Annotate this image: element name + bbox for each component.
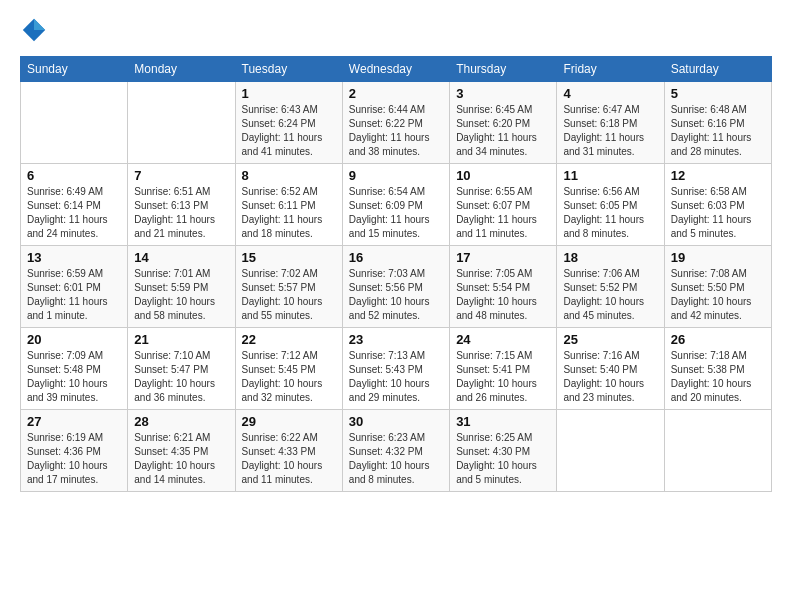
day-number: 5: [671, 86, 765, 101]
calendar-cell: 10Sunrise: 6:55 AM Sunset: 6:07 PM Dayli…: [450, 164, 557, 246]
day-info: Sunrise: 6:45 AM Sunset: 6:20 PM Dayligh…: [456, 103, 550, 159]
day-number: 11: [563, 168, 657, 183]
calendar-cell: 28Sunrise: 6:21 AM Sunset: 4:35 PM Dayli…: [128, 410, 235, 492]
calendar-cell: 26Sunrise: 7:18 AM Sunset: 5:38 PM Dayli…: [664, 328, 771, 410]
calendar-table: SundayMondayTuesdayWednesdayThursdayFrid…: [20, 56, 772, 492]
calendar-cell: 24Sunrise: 7:15 AM Sunset: 5:41 PM Dayli…: [450, 328, 557, 410]
calendar-cell: 27Sunrise: 6:19 AM Sunset: 4:36 PM Dayli…: [21, 410, 128, 492]
week-row-5: 27Sunrise: 6:19 AM Sunset: 4:36 PM Dayli…: [21, 410, 772, 492]
svg-marker-1: [34, 19, 45, 30]
day-number: 16: [349, 250, 443, 265]
day-number: 6: [27, 168, 121, 183]
column-header-sunday: Sunday: [21, 57, 128, 82]
day-number: 3: [456, 86, 550, 101]
calendar-cell: 14Sunrise: 7:01 AM Sunset: 5:59 PM Dayli…: [128, 246, 235, 328]
day-info: Sunrise: 7:12 AM Sunset: 5:45 PM Dayligh…: [242, 349, 336, 405]
day-info: Sunrise: 6:48 AM Sunset: 6:16 PM Dayligh…: [671, 103, 765, 159]
logo: [20, 16, 52, 44]
day-number: 29: [242, 414, 336, 429]
day-number: 26: [671, 332, 765, 347]
day-info: Sunrise: 7:13 AM Sunset: 5:43 PM Dayligh…: [349, 349, 443, 405]
calendar-cell: 29Sunrise: 6:22 AM Sunset: 4:33 PM Dayli…: [235, 410, 342, 492]
calendar-cell: [21, 82, 128, 164]
calendar-cell: 2Sunrise: 6:44 AM Sunset: 6:22 PM Daylig…: [342, 82, 449, 164]
day-info: Sunrise: 7:09 AM Sunset: 5:48 PM Dayligh…: [27, 349, 121, 405]
day-number: 18: [563, 250, 657, 265]
week-row-4: 20Sunrise: 7:09 AM Sunset: 5:48 PM Dayli…: [21, 328, 772, 410]
calendar-cell: [664, 410, 771, 492]
day-number: 12: [671, 168, 765, 183]
calendar-cell: 16Sunrise: 7:03 AM Sunset: 5:56 PM Dayli…: [342, 246, 449, 328]
day-info: Sunrise: 7:10 AM Sunset: 5:47 PM Dayligh…: [134, 349, 228, 405]
calendar-cell: 3Sunrise: 6:45 AM Sunset: 6:20 PM Daylig…: [450, 82, 557, 164]
day-number: 2: [349, 86, 443, 101]
calendar-cell: 25Sunrise: 7:16 AM Sunset: 5:40 PM Dayli…: [557, 328, 664, 410]
calendar-cell: 23Sunrise: 7:13 AM Sunset: 5:43 PM Dayli…: [342, 328, 449, 410]
day-number: 30: [349, 414, 443, 429]
day-number: 17: [456, 250, 550, 265]
calendar-cell: 17Sunrise: 7:05 AM Sunset: 5:54 PM Dayli…: [450, 246, 557, 328]
day-number: 27: [27, 414, 121, 429]
calendar-cell: [557, 410, 664, 492]
column-header-tuesday: Tuesday: [235, 57, 342, 82]
day-info: Sunrise: 6:52 AM Sunset: 6:11 PM Dayligh…: [242, 185, 336, 241]
day-info: Sunrise: 6:44 AM Sunset: 6:22 PM Dayligh…: [349, 103, 443, 159]
calendar-cell: 20Sunrise: 7:09 AM Sunset: 5:48 PM Dayli…: [21, 328, 128, 410]
calendar-cell: 6Sunrise: 6:49 AM Sunset: 6:14 PM Daylig…: [21, 164, 128, 246]
week-row-3: 13Sunrise: 6:59 AM Sunset: 6:01 PM Dayli…: [21, 246, 772, 328]
day-info: Sunrise: 6:54 AM Sunset: 6:09 PM Dayligh…: [349, 185, 443, 241]
calendar-cell: 7Sunrise: 6:51 AM Sunset: 6:13 PM Daylig…: [128, 164, 235, 246]
day-number: 28: [134, 414, 228, 429]
calendar-cell: 18Sunrise: 7:06 AM Sunset: 5:52 PM Dayli…: [557, 246, 664, 328]
day-info: Sunrise: 6:58 AM Sunset: 6:03 PM Dayligh…: [671, 185, 765, 241]
day-info: Sunrise: 7:18 AM Sunset: 5:38 PM Dayligh…: [671, 349, 765, 405]
day-info: Sunrise: 7:02 AM Sunset: 5:57 PM Dayligh…: [242, 267, 336, 323]
logo-icon: [20, 16, 48, 44]
day-info: Sunrise: 7:16 AM Sunset: 5:40 PM Dayligh…: [563, 349, 657, 405]
calendar-cell: 13Sunrise: 6:59 AM Sunset: 6:01 PM Dayli…: [21, 246, 128, 328]
day-info: Sunrise: 6:56 AM Sunset: 6:05 PM Dayligh…: [563, 185, 657, 241]
day-number: 31: [456, 414, 550, 429]
column-header-saturday: Saturday: [664, 57, 771, 82]
day-info: Sunrise: 7:05 AM Sunset: 5:54 PM Dayligh…: [456, 267, 550, 323]
calendar-cell: 30Sunrise: 6:23 AM Sunset: 4:32 PM Dayli…: [342, 410, 449, 492]
calendar-cell: 9Sunrise: 6:54 AM Sunset: 6:09 PM Daylig…: [342, 164, 449, 246]
calendar-cell: 11Sunrise: 6:56 AM Sunset: 6:05 PM Dayli…: [557, 164, 664, 246]
day-info: Sunrise: 7:08 AM Sunset: 5:50 PM Dayligh…: [671, 267, 765, 323]
day-number: 10: [456, 168, 550, 183]
day-number: 8: [242, 168, 336, 183]
day-info: Sunrise: 6:47 AM Sunset: 6:18 PM Dayligh…: [563, 103, 657, 159]
day-number: 13: [27, 250, 121, 265]
day-number: 15: [242, 250, 336, 265]
day-info: Sunrise: 6:22 AM Sunset: 4:33 PM Dayligh…: [242, 431, 336, 487]
day-number: 7: [134, 168, 228, 183]
calendar-cell: 22Sunrise: 7:12 AM Sunset: 5:45 PM Dayli…: [235, 328, 342, 410]
day-number: 24: [456, 332, 550, 347]
day-info: Sunrise: 7:03 AM Sunset: 5:56 PM Dayligh…: [349, 267, 443, 323]
day-number: 19: [671, 250, 765, 265]
calendar-cell: 5Sunrise: 6:48 AM Sunset: 6:16 PM Daylig…: [664, 82, 771, 164]
day-number: 1: [242, 86, 336, 101]
day-number: 21: [134, 332, 228, 347]
day-info: Sunrise: 6:19 AM Sunset: 4:36 PM Dayligh…: [27, 431, 121, 487]
day-info: Sunrise: 6:43 AM Sunset: 6:24 PM Dayligh…: [242, 103, 336, 159]
day-number: 20: [27, 332, 121, 347]
calendar-cell: [128, 82, 235, 164]
day-number: 14: [134, 250, 228, 265]
calendar-cell: 1Sunrise: 6:43 AM Sunset: 6:24 PM Daylig…: [235, 82, 342, 164]
day-number: 23: [349, 332, 443, 347]
day-info: Sunrise: 6:25 AM Sunset: 4:30 PM Dayligh…: [456, 431, 550, 487]
column-header-friday: Friday: [557, 57, 664, 82]
day-info: Sunrise: 6:49 AM Sunset: 6:14 PM Dayligh…: [27, 185, 121, 241]
day-number: 25: [563, 332, 657, 347]
day-info: Sunrise: 6:55 AM Sunset: 6:07 PM Dayligh…: [456, 185, 550, 241]
week-row-1: 1Sunrise: 6:43 AM Sunset: 6:24 PM Daylig…: [21, 82, 772, 164]
calendar-cell: 8Sunrise: 6:52 AM Sunset: 6:11 PM Daylig…: [235, 164, 342, 246]
day-number: 9: [349, 168, 443, 183]
column-header-monday: Monday: [128, 57, 235, 82]
calendar-cell: 4Sunrise: 6:47 AM Sunset: 6:18 PM Daylig…: [557, 82, 664, 164]
day-info: Sunrise: 7:01 AM Sunset: 5:59 PM Dayligh…: [134, 267, 228, 323]
page: SundayMondayTuesdayWednesdayThursdayFrid…: [0, 0, 792, 612]
column-header-row: SundayMondayTuesdayWednesdayThursdayFrid…: [21, 57, 772, 82]
calendar-cell: 21Sunrise: 7:10 AM Sunset: 5:47 PM Dayli…: [128, 328, 235, 410]
